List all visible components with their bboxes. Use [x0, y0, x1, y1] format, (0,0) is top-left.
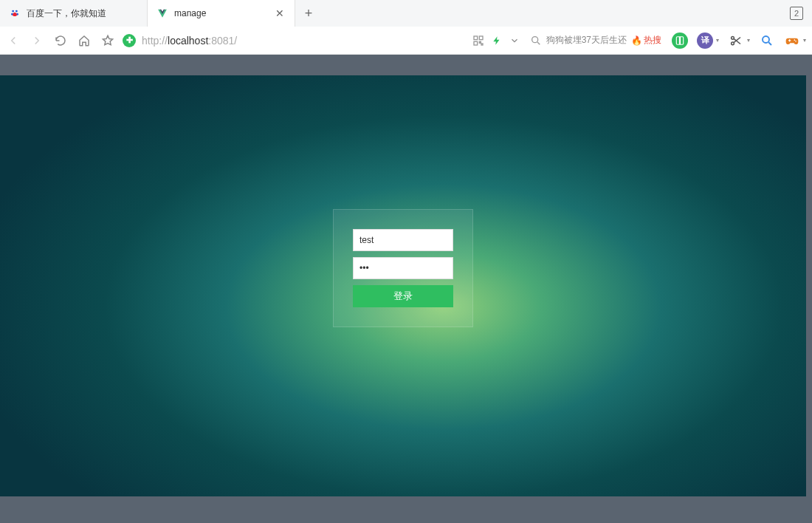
security-shield-icon[interactable]: ✚ [123, 34, 136, 47]
svg-rect-7 [479, 41, 481, 43]
url-host: localhost [168, 35, 208, 47]
search-icon [530, 35, 542, 47]
extension-search-icon[interactable] [759, 33, 775, 49]
bolt-icon[interactable] [492, 35, 502, 46]
tab-bar-right: 2 [790, 0, 812, 27]
svg-point-12 [763, 36, 769, 43]
tab-count-badge[interactable]: 2 [790, 7, 803, 20]
login-button[interactable]: 登录 [353, 285, 453, 307]
url-scheme: http:// [142, 35, 168, 47]
svg-point-10 [732, 36, 734, 39]
new-tab-button[interactable]: + [295, 0, 322, 27]
username-input[interactable] [353, 229, 453, 251]
page-content: 登录 [0, 75, 806, 496]
url-port: :8081 [208, 35, 234, 47]
baidu-favicon-icon [9, 7, 21, 19]
back-button[interactable] [6, 33, 21, 48]
toolbar: ✚ http:// localhost :8081 / 狗狗被埋37天后生还 [0, 27, 812, 55]
extension-translate-icon[interactable]: 译 [697, 33, 713, 49]
svg-rect-5 [479, 36, 483, 40]
toolbar-center [244, 35, 519, 47]
forward-button[interactable] [30, 33, 44, 48]
svg-point-15 [794, 39, 796, 41]
url-bar[interactable]: http:// localhost :8081 / [142, 35, 237, 47]
qr-icon[interactable] [472, 35, 484, 47]
svg-point-11 [732, 41, 734, 44]
extension-reader-icon[interactable] [672, 33, 688, 49]
hot-badge: 🔥 热搜 [631, 34, 661, 47]
password-input[interactable] [353, 257, 453, 279]
svg-rect-14 [789, 39, 790, 41]
url-path: / [234, 35, 237, 47]
tab-title: 百度一下，你就知道 [27, 7, 138, 20]
chevron-down-icon[interactable] [509, 35, 520, 46]
url-area: ✚ http:// localhost :8081 / [123, 34, 237, 47]
tab-baidu[interactable]: 百度一下，你就知道 [0, 0, 148, 27]
toolbar-right: 译 ▾ ▾ ▾ [672, 33, 806, 49]
svg-point-16 [795, 41, 796, 42]
star-button[interactable] [100, 33, 115, 48]
svg-point-1 [16, 10, 18, 13]
search-area[interactable]: 狗狗被埋37天后生还 🔥 热搜 [527, 34, 664, 47]
dropdown-caret-icon[interactable]: ▾ [747, 37, 750, 44]
extension-scissors-icon[interactable] [728, 33, 744, 49]
tab-bar: 百度一下，你就知道 manage ✕ + 2 [0, 0, 812, 27]
search-trending-text: 狗狗被埋37天后生还 [546, 34, 627, 47]
svg-rect-8 [481, 44, 483, 45]
dropdown-caret-icon[interactable]: ▾ [716, 37, 719, 44]
hot-label: 热搜 [644, 34, 661, 47]
browser-chrome: 百度一下，你就知道 manage ✕ + 2 [0, 0, 812, 55]
tab-manage[interactable]: manage ✕ [148, 0, 295, 27]
svg-point-0 [12, 10, 14, 13]
fire-icon: 🔥 [631, 35, 642, 46]
home-button[interactable] [77, 33, 92, 48]
login-form: 登录 [333, 209, 473, 327]
extension-game-icon[interactable] [784, 33, 800, 49]
svg-rect-4 [474, 36, 478, 40]
viewport: 登录 [0, 55, 812, 523]
nav-buttons [6, 33, 115, 48]
close-icon[interactable]: ✕ [274, 7, 286, 19]
svg-point-9 [531, 36, 537, 42]
tab-title: manage [174, 8, 268, 18]
dropdown-caret-icon[interactable]: ▾ [803, 37, 806, 44]
reload-button[interactable] [53, 33, 68, 48]
svg-rect-6 [474, 41, 478, 45]
vue-favicon-icon [156, 7, 168, 19]
